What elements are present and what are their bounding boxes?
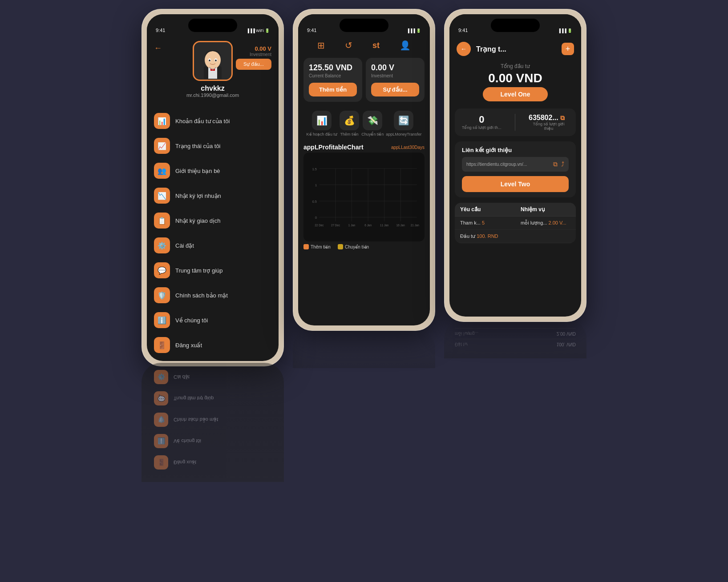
investment-label: Investment <box>371 73 419 78</box>
chart-legend: Thêm tiền Chuyển tiền <box>303 241 425 252</box>
menu-item-logout[interactable]: 🚪 Đăng xuất <box>147 333 279 357</box>
svg-text:22 Dec: 22 Dec <box>315 224 324 227</box>
left-reflection: 🚪 Đăng xuất ℹ️ Về chúng tôi 🛡️ Chính sác… <box>142 363 284 482</box>
stat-total-rounds: 0 Tổng số lượt giới th... <box>462 114 502 130</box>
nav-icon-refresh[interactable]: ↺ <box>345 40 352 51</box>
quick-actions: 📊 Kế hoạch đầu tư 💰 Thêm tiền 💸 Chuyển t… <box>298 105 430 140</box>
chart-area: 0 0.5 1 1.5 22 Dec 27 Dec 1 Jan 6 Jan 11… <box>303 153 425 241</box>
svg-point-4 <box>205 51 221 69</box>
menu-item-settings[interactable]: ⚙️ Cài đặt <box>147 233 279 258</box>
menu-item-privacy[interactable]: 🛡️ Chính sách bảo mật <box>147 283 279 308</box>
requirements-table: Yêu cầu Nhiệm vụ Tham k... 5 mỗi lượng..… <box>455 203 576 243</box>
ref-menu-item-4: ⚙️ Cài đặt <box>154 366 271 388</box>
req-value-100: 100. RND <box>477 233 498 239</box>
right-phone: 9:41 ▐▐▐🔋 ← Trạng t... + Tổng đầu tư 0.0… <box>444 9 586 322</box>
menu-label-transaction-log: Nhật ký giao dịch <box>175 217 221 224</box>
nav-icon-profile[interactable]: 👤 <box>400 40 411 51</box>
add-money-button[interactable]: Thêm tiền <box>309 83 357 96</box>
status-header: ← Trạng t... + <box>449 36 581 60</box>
req-header-requirements: Yêu cầu <box>455 203 515 217</box>
action-item-transfer[interactable]: 💸 Chuyển tiền <box>361 111 384 136</box>
action-label-money-transfer: appLMoneyTransfer <box>386 132 421 136</box>
svg-point-8 <box>215 60 217 61</box>
share-icon-referral[interactable]: ⤴ <box>561 161 564 168</box>
investment-amount: 0.00 V <box>371 63 419 72</box>
menu-item-investment[interactable]: 📊 Khoản đầu tư của tôi <box>147 108 279 133</box>
invest-button-mid[interactable]: Sự đầu... <box>371 83 419 96</box>
investment-card: 0.00 V Investment Sự đầu... <box>366 58 425 102</box>
status-screen: 9:41 ▐▐▐🔋 ← Trạng t... + Tổng đầu tư 0.0… <box>449 14 581 252</box>
stat-referrals-value: 635802... ⧉ <box>529 114 569 122</box>
ref-icon-1: ℹ️ <box>154 434 168 448</box>
chart-subtitle: appLLast30Days <box>391 145 425 150</box>
menu-label-logout: Đăng xuất <box>175 342 202 349</box>
plus-button[interactable]: + <box>562 43 574 55</box>
menu-item-profit-log[interactable]: 📉 Nhật ký lợi nhuận <box>147 183 279 208</box>
req-row-1: Tham k... 5 mỗi lượng... 2.00 V... <box>455 217 576 230</box>
svg-text:11 Jan: 11 Jan <box>380 224 389 227</box>
stat-rounds-value: 0 <box>462 114 502 125</box>
menu-label-about: Về chúng tôi <box>175 317 208 324</box>
level-two-button[interactable]: Level Two <box>462 176 569 192</box>
time-left: 9:41 <box>156 28 165 33</box>
ref-row-val-1: 2.00 VND <box>557 331 576 336</box>
status-title: Trạng t... <box>476 45 506 53</box>
menu-icon-privacy: 🛡️ <box>154 287 170 303</box>
menu-item-transaction-log[interactable]: 📋 Nhật ký giao dịch <box>147 208 279 233</box>
action-item-add-money[interactable]: 💰 Thêm tiền <box>340 111 359 136</box>
menu-item-support[interactable]: 💬 Trung tâm trợ giúp <box>147 258 279 283</box>
menu-icon-referral: 👥 <box>154 163 170 179</box>
current-balance-amount: 125.50 VND <box>309 63 357 72</box>
menu-item-status[interactable]: 📈 Trạng thái của tôi <box>147 133 279 158</box>
svg-text:6 Jan: 6 Jan <box>364 224 372 227</box>
menu-icon-transaction-log: 📋 <box>154 213 170 229</box>
nav-icon-grid[interactable]: ⊞ <box>317 40 325 51</box>
ref-menu-item-0: 🚪 Đăng xuất <box>154 452 271 473</box>
mid-phone: 9:41 ▐▐▐🔋 ⊞ ↺ st 👤 <box>293 9 435 331</box>
ref-menu-item-3: 💬 Trung tâm trợ giúp <box>154 388 271 409</box>
action-item-money-transfer[interactable]: 🔄 appLMoneyTransfer <box>386 111 421 136</box>
stats-card: 0 Tổng số lượt giới th... 635802... ⧉ Tổ… <box>455 108 576 136</box>
profile-pic-frame <box>193 41 233 81</box>
menu-item-referral[interactable]: 👥 Giới thiệu bạn bè <box>147 158 279 183</box>
menu-item-about[interactable]: ℹ️ Về chúng tôi <box>147 308 279 333</box>
dynamic-island-right <box>491 19 540 32</box>
req-header: Yêu cầu Nhiệm vụ <box>455 203 576 217</box>
right-reflection-content: Đặt tư 100. VND mỗi lượng... 2.00 VND <box>449 325 581 353</box>
ref-menu-item-2: 🛡️ Chính sách bảo mật <box>154 409 271 430</box>
current-balance-card: 125.50 VND Current Balance Thêm tiền <box>303 58 362 102</box>
action-item-investment-plan[interactable]: 📊 Kế hoạch đầu tư <box>307 111 338 136</box>
level-one-button[interactable]: Level One <box>483 87 548 101</box>
copy-icon-referral[interactable]: ⧉ <box>553 161 558 168</box>
action-label-add-money: Thêm tiền <box>340 132 359 136</box>
status-icons-mid: ▐▐▐🔋 <box>407 28 421 33</box>
right-phone-screen: 9:41 ▐▐▐🔋 ← Trạng t... + Tổng đầu tư 0.0… <box>449 14 581 317</box>
svg-text:1: 1 <box>315 183 317 187</box>
ref-icon-2: 🛡️ <box>154 413 168 427</box>
menu-icon-about: ℹ️ <box>154 312 170 328</box>
dynamic-island-mid <box>340 19 388 32</box>
copy-icon-stats[interactable]: ⧉ <box>560 114 565 122</box>
balance-cards: 125.50 VND Current Balance Thêm tiền 0.0… <box>298 54 430 105</box>
mid-phone-column: 9:41 ▐▐▐🔋 ⊞ ↺ st 👤 <box>293 9 435 368</box>
nav-icon-st[interactable]: st <box>372 41 380 50</box>
nav-bar: ⊞ ↺ st 👤 <box>298 36 430 54</box>
mid-screen: 9:41 ▐▐▐🔋 ⊞ ↺ st 👤 <box>298 14 430 256</box>
invest-total-section: Tổng đầu tư 0.00 VND Level One <box>449 60 581 108</box>
action-label-investment-plan: Kế hoạch đầu tư <box>307 132 338 136</box>
referral-icons: ⧉ ⤴ <box>553 161 564 168</box>
invest-button-small[interactable]: Sự đầu... <box>236 59 271 70</box>
req-header-mission: Nhiệm vụ <box>515 203 576 217</box>
ref-row-0: Đặt tư 100. VND <box>455 339 576 349</box>
back-arrow-left[interactable]: ← <box>154 44 162 53</box>
stats-divider <box>515 114 515 131</box>
referral-section: Liên kết giới thiệu https://tiendientu.c… <box>455 141 576 197</box>
legend-add-money: Thêm tiền <box>303 244 331 249</box>
req-row-2: Đầu tư 100. RND <box>455 230 576 243</box>
menu-label-privacy: Chính sách bảo mật <box>175 292 228 299</box>
menu-label-profit-log: Nhật ký lợi nhuận <box>175 193 221 199</box>
svg-point-7 <box>209 60 210 61</box>
left-phone-screen: 9:41 ▐▐▐WiFi🔋 ← 0.00 V Investment Sự đầu… <box>147 14 279 361</box>
action-icon-investment-plan: 📊 <box>312 111 332 130</box>
back-button-right[interactable]: ← <box>457 42 471 56</box>
